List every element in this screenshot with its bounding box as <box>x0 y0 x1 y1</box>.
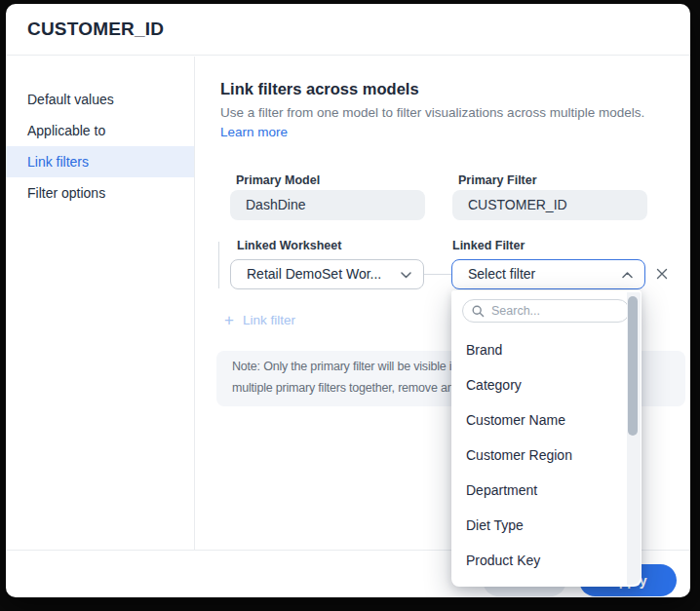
chevron-down-icon <box>401 272 411 279</box>
sidebar-item-applicable-to[interactable]: Applicable to <box>6 115 194 146</box>
primary-filter-value: CUSTOMER_ID <box>452 190 647 220</box>
linked-worksheet-select[interactable]: Retail DemoSet Wor... <box>230 259 424 289</box>
chevron-up-icon <box>622 272 633 279</box>
dropdown-scrollbar-track[interactable] <box>627 292 641 585</box>
sidebar-item-filter-options[interactable]: Filter options <box>6 177 194 209</box>
dropdown-option-brand[interactable]: Brand <box>451 332 628 367</box>
add-link-filter-button[interactable]: + Link filter <box>224 312 295 328</box>
remove-linked-filter-button[interactable] <box>650 259 674 288</box>
page-title: Link filters across models <box>220 80 419 98</box>
add-link-filter-label: Link filter <box>243 313 295 327</box>
primary-model-label: Primary Model <box>236 173 320 187</box>
primary-filter-label: Primary Filter <box>458 173 537 187</box>
linked-filter-select[interactable]: Select filter <box>451 259 645 289</box>
sidebar-item-link-filters[interactable]: Link filters <box>6 146 194 177</box>
dropdown-option-diet-type[interactable]: Diet Type <box>451 508 628 543</box>
linked-worksheet-selected-value: Retail DemoSet Wor... <box>247 266 381 282</box>
dropdown-option-customer-region[interactable]: Customer Region <box>451 438 628 473</box>
plus-icon: + <box>224 312 234 328</box>
dropdown-option-category[interactable]: Category <box>451 367 628 402</box>
sidebar: Default values Applicable to Link filter… <box>6 57 195 550</box>
dropdown-option-customer-name[interactable]: Customer Name <box>451 402 628 438</box>
filter-settings-dialog: CUSTOMER_ID Default values Applicable to… <box>6 4 690 597</box>
linked-filter-selected-value: Select filter <box>468 266 535 282</box>
dropdown-option-list: Brand Category Customer Name Customer Re… <box>451 332 628 578</box>
dropdown-option-department[interactable]: Department <box>451 473 628 508</box>
learn-more-link[interactable]: Learn more <box>220 125 288 139</box>
linked-filter-dropdown: Brand Category Customer Name Customer Re… <box>451 290 642 587</box>
close-icon <box>656 268 668 280</box>
link-connector-vertical <box>218 242 219 288</box>
dialog-title: CUSTOMER_ID <box>27 19 164 40</box>
dialog-header: CUSTOMER_ID <box>6 4 690 56</box>
primary-model-value: DashDine <box>230 190 425 220</box>
dropdown-option-product-key[interactable]: Product Key <box>451 543 628 578</box>
dropdown-search[interactable] <box>462 299 630 323</box>
search-icon <box>472 305 485 318</box>
dropdown-scrollbar-thumb[interactable] <box>628 296 638 436</box>
linked-filter-label: Linked Filter <box>452 239 525 252</box>
description-body: Use a filter from one model to filter vi… <box>220 105 644 120</box>
sidebar-item-default-values[interactable]: Default values <box>6 84 194 115</box>
search-input[interactable] <box>491 304 608 318</box>
linked-worksheet-label: Linked Worksheet <box>237 239 341 252</box>
link-connector-horizontal <box>424 274 451 275</box>
description-text: Use a filter from one model to filter vi… <box>220 103 657 142</box>
